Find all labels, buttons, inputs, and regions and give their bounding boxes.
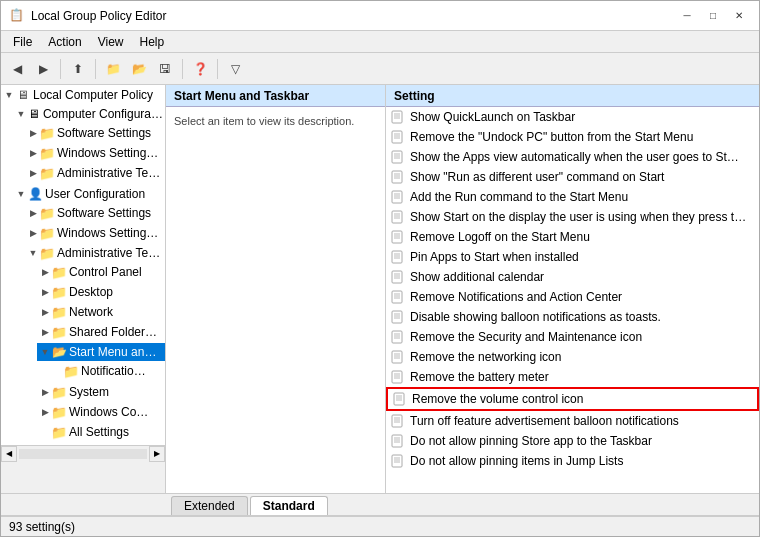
tree-desktop: ▶ 📁 Desktop	[37, 282, 165, 302]
tree-start-menu-label[interactable]: ▼ 📂 Start Menu an…	[37, 343, 165, 361]
left-panel-hscroll: ◀ ▶	[1, 445, 165, 461]
up-button[interactable]: ⬆	[66, 57, 90, 81]
tree-user-config-label[interactable]: ▼ 👤 User Configuration	[13, 185, 165, 203]
forward-button[interactable]: ▶	[31, 57, 55, 81]
tree-shared-label[interactable]: ▶ 📁 Shared Folder…	[37, 323, 165, 341]
list-item-text: Remove the networking icon	[410, 350, 561, 364]
list-item[interactable]: Show Start on the display the user is us…	[386, 207, 759, 227]
hscroll-left[interactable]: ◀	[1, 446, 17, 462]
tree-sw-settings-1-label[interactable]: ▶ 📁 Software Settings	[25, 124, 165, 142]
list-item[interactable]: Remove the "Undock PC" button from the S…	[386, 127, 759, 147]
list-item[interactable]: Remove the networking icon	[386, 347, 759, 367]
list-item[interactable]: Remove the volume control icon	[386, 387, 759, 411]
tree-win-settings-1-expand[interactable]: ▶	[27, 147, 39, 159]
tree-admin-2-expand[interactable]: ▼	[27, 247, 39, 259]
tree-sw-settings-1-expand[interactable]: ▶	[27, 127, 39, 139]
tree-notifications-label[interactable]: 📁 Notificatio…	[49, 362, 165, 380]
tree-notif-expand[interactable]	[51, 365, 63, 377]
tree-sw-settings-2-label[interactable]: ▶ 📁 Software Settings	[25, 204, 165, 222]
tree-wincomp-expand[interactable]: ▶	[39, 406, 51, 418]
back-button[interactable]: ◀	[5, 57, 29, 81]
minimize-button[interactable]: ─	[675, 7, 699, 25]
tree-desktop-label[interactable]: ▶ 📁 Desktop	[37, 283, 165, 301]
list-item-icon	[390, 249, 406, 265]
list-item[interactable]: Remove Logoff on the Start Menu	[386, 227, 759, 247]
tree-win-settings-2: ▶ 📁 Windows Setting…	[25, 223, 165, 243]
tree-root-expand[interactable]: ▼	[3, 89, 15, 101]
tree-root: ▼ 🖥 Local Computer Policy ▼ 🖥 Computer C…	[1, 85, 165, 445]
list-item[interactable]: Pin Apps to Start when installed	[386, 247, 759, 267]
export-button[interactable]: 🖫	[153, 57, 177, 81]
svg-rect-36	[392, 291, 402, 303]
bottom-area: Extended Standard 93 setting(s)	[1, 493, 759, 536]
tree-win-settings-1-label[interactable]: ▶ 📁 Windows Setting…	[25, 144, 165, 162]
tree-allset-expand[interactable]	[39, 426, 51, 438]
list-item[interactable]: Do not allow pinning Store app to the Ta…	[386, 431, 759, 451]
list-item[interactable]: Remove Notifications and Action Center	[386, 287, 759, 307]
maximize-button[interactable]: □	[701, 7, 725, 25]
list-item[interactable]: Remove the battery meter	[386, 367, 759, 387]
tree-network-expand[interactable]: ▶	[39, 306, 51, 318]
tree-wincomp-label[interactable]: ▶ 📁 Windows Co…	[37, 403, 165, 421]
list-item-icon	[390, 169, 406, 185]
list-item[interactable]: Turn off feature advertisement balloon n…	[386, 411, 759, 431]
list-item[interactable]: Show the Apps view automatically when th…	[386, 147, 759, 167]
menu-view[interactable]: View	[90, 33, 132, 51]
tree-shared-expand[interactable]: ▶	[39, 326, 51, 338]
tree-sw-settings-2-expand[interactable]: ▶	[27, 207, 39, 219]
tree-admin-2-text: Administrative Te…	[57, 246, 160, 260]
tree-system: ▶ 📁 System	[37, 382, 165, 402]
list-item-text: Pin Apps to Start when installed	[410, 250, 579, 264]
tree-control-expand[interactable]: ▶	[39, 266, 51, 278]
list-item-text: Remove the volume control icon	[412, 392, 583, 406]
tree-network-label[interactable]: ▶ 📁 Network	[37, 303, 165, 321]
tree-root-label[interactable]: ▼ 🖥 Local Computer Policy	[1, 86, 165, 104]
menu-help[interactable]: Help	[132, 33, 173, 51]
close-button[interactable]: ✕	[727, 7, 751, 25]
tree-start-expand[interactable]: ▼	[39, 346, 51, 358]
tree-admin-1-label[interactable]: ▶ 📁 Administrative Te…	[25, 164, 165, 182]
show-hide-button[interactable]: 📁	[101, 57, 125, 81]
hscroll-right[interactable]: ▶	[149, 446, 165, 462]
list-item-icon	[390, 309, 406, 325]
tree-control-panel-label[interactable]: ▶ 📁 Control Panel	[37, 263, 165, 281]
help-button[interactable]: ❓	[188, 57, 212, 81]
tree-desktop-expand[interactable]: ▶	[39, 286, 51, 298]
tree-sw-settings-2: ▶ 📁 Software Settings	[25, 203, 165, 223]
list-item[interactable]: Show "Run as different user" command on …	[386, 167, 759, 187]
list-item[interactable]: Show additional calendar	[386, 267, 759, 287]
list-item[interactable]: Show QuickLaunch on Taskbar	[386, 107, 759, 127]
tree-computer-config-label[interactable]: ▼ 🖥 Computer Configura…	[13, 105, 165, 123]
tree-win-settings-2-expand[interactable]: ▶	[27, 227, 39, 239]
tree-user-icon: 👤	[27, 186, 43, 202]
svg-rect-24	[392, 231, 402, 243]
tree-admin-1-expand[interactable]: ▶	[27, 167, 39, 179]
refresh-button[interactable]: 📂	[127, 57, 151, 81]
list-item-icon	[390, 209, 406, 225]
tree-allset-label[interactable]: 📁 All Settings	[37, 423, 165, 441]
tree-win-settings-2-label[interactable]: ▶ 📁 Windows Setting…	[25, 224, 165, 242]
toolbar-sep-2	[95, 59, 96, 79]
tree-system-label[interactable]: ▶ 📁 System	[37, 383, 165, 401]
tree-system-text: System	[69, 385, 109, 399]
tree-computer-expand[interactable]: ▼	[15, 108, 27, 120]
list-item[interactable]: Disable showing balloon notifications as…	[386, 307, 759, 327]
tree-system-expand[interactable]: ▶	[39, 386, 51, 398]
tab-standard[interactable]: Standard	[250, 496, 328, 515]
main-window: 📋 Local Group Policy Editor ─ □ ✕ File A…	[0, 0, 760, 537]
menu-action[interactable]: Action	[40, 33, 89, 51]
list-item[interactable]: Remove the Security and Maintenance icon	[386, 327, 759, 347]
list-item[interactable]: Do not allow pinning items in Jump Lists	[386, 451, 759, 471]
list-item-text: Remove Logoff on the Start Menu	[410, 230, 590, 244]
tree-shared-icon: 📁	[51, 324, 67, 340]
filter-button[interactable]: ▽	[223, 57, 247, 81]
menu-file[interactable]: File	[5, 33, 40, 51]
tabs-bar: Extended Standard	[1, 494, 759, 516]
tree-admin-2-label[interactable]: ▼ 📁 Administrative Te…	[25, 244, 165, 262]
list-item[interactable]: Add the Run command to the Start Menu	[386, 187, 759, 207]
tab-extended[interactable]: Extended	[171, 496, 248, 515]
svg-rect-20	[392, 211, 402, 223]
tree-notif-text: Notificatio…	[81, 364, 146, 378]
tree-user-expand[interactable]: ▼	[15, 188, 27, 200]
tree-win-settings-2-text: Windows Setting…	[57, 226, 158, 240]
